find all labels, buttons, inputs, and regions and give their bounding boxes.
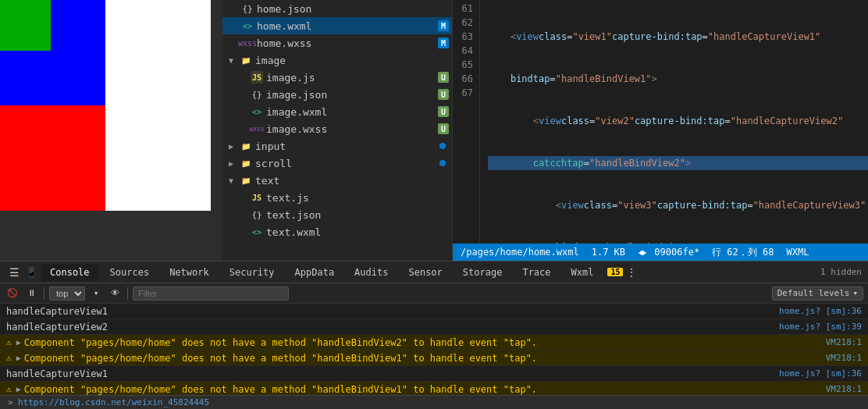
tree-item-text-json[interactable]: {} text.json bbox=[222, 206, 452, 223]
text-js-label: text.js bbox=[266, 192, 452, 204]
devtools-more-icon[interactable]: ⋮ bbox=[626, 266, 637, 279]
filter-input[interactable] bbox=[133, 286, 289, 301]
tree-item-image-folder[interactable]: ▼ 📁 image bbox=[222, 52, 452, 69]
code-lines[interactable]: <view class="view1" capture-bind:tap="ha… bbox=[480, 0, 868, 244]
row2-text: handleCaptureView2 bbox=[6, 322, 108, 333]
tree-item-scroll-folder[interactable]: ▶ 📁 scroll bbox=[222, 155, 452, 172]
row4-text: Component "pages/home/home" does not hav… bbox=[24, 353, 537, 364]
tree-item-text-js[interactable]: JS text.js bbox=[222, 189, 452, 206]
text-folder-label: text bbox=[255, 175, 452, 187]
pause-btn[interactable]: ⏸ bbox=[23, 286, 39, 301]
tab-sources[interactable]: Sources bbox=[101, 264, 159, 281]
text-wxml-icon: <> bbox=[251, 226, 263, 238]
devtools-device-icon[interactable]: 📱 bbox=[23, 265, 39, 280]
row6-text: Component "pages/home/home" does not hav… bbox=[24, 384, 537, 395]
tree-item-home-wxml[interactable]: <> home.wxml M bbox=[222, 17, 452, 34]
file-tree-panel: {} home.json <> home.wxml M wxss home.wx… bbox=[222, 0, 453, 261]
image-wxml-icon: <> bbox=[251, 105, 263, 118]
input-folder-icon: 📁 bbox=[240, 140, 252, 152]
devtools-tabs: ☰ 📱 Console Sources Network Security App… bbox=[0, 261, 868, 283]
code-content: 61 62 63 64 65 66 67 <view class="view1"… bbox=[453, 0, 868, 244]
tab-trace[interactable]: Trace bbox=[513, 264, 560, 281]
clear-console-btn[interactable]: 🚫 bbox=[5, 286, 20, 301]
tree-item-image-wxss[interactable]: wxss image.wxss U bbox=[222, 120, 452, 137]
code-line-63: <view class="view2" capture-bind:tap="ha… bbox=[488, 114, 868, 128]
row4-source[interactable]: VM218:1 bbox=[826, 353, 862, 363]
wxss-icon: wxss bbox=[241, 37, 254, 49]
canvas-view bbox=[0, 0, 211, 211]
default-levels-btn[interactable]: Default levels ▾ bbox=[772, 286, 863, 301]
home-wxss-badge: M bbox=[438, 37, 449, 48]
folder-icon: 📁 bbox=[240, 54, 252, 66]
expand-icon-3[interactable]: ▶ bbox=[16, 338, 21, 347]
eye-icon[interactable]: 👁 bbox=[107, 286, 123, 301]
tab-wxml[interactable]: Wxml bbox=[562, 264, 603, 281]
code-line-65: <view class="view3" capture-bind:tap="ha… bbox=[488, 198, 868, 212]
expand-icon-6[interactable]: ▶ bbox=[16, 385, 21, 393]
console-toolbar: 🚫 ⏸ top ▾ 👁 Default levels ▾ bbox=[0, 283, 868, 304]
scroll-folder-label: scroll bbox=[255, 158, 439, 169]
home-json-label: home.json bbox=[257, 3, 452, 15]
devtools-menu-icon[interactable]: ☰ bbox=[6, 265, 22, 280]
expand-icon-4[interactable]: ▶ bbox=[16, 354, 21, 362]
console-row-6: ⚠ ▶ Component "pages/home/home" does not… bbox=[0, 382, 868, 395]
tab-security[interactable]: Security bbox=[220, 264, 284, 281]
tree-item-image-wxml[interactable]: <> image.wxml U bbox=[222, 103, 452, 120]
tree-item-home-json[interactable]: {} home.json bbox=[222, 0, 452, 17]
console-row-5: handleCaptureView1 home.js? [sm]:36 bbox=[0, 366, 868, 382]
input-dot-badge bbox=[439, 143, 446, 149]
console-output: handleCaptureView1 home.js? [sm]:36 hand… bbox=[0, 304, 868, 395]
alert-count-badge: 15 bbox=[607, 268, 623, 276]
tab-sensor[interactable]: Sensor bbox=[399, 264, 451, 281]
tree-item-input-folder[interactable]: ▶ 📁 input bbox=[222, 137, 452, 155]
tree-item-text-wxml[interactable]: <> text.wxml bbox=[222, 223, 452, 240]
text-wxml-label: text.wxml bbox=[266, 226, 452, 238]
text-json-label: text.json bbox=[266, 209, 452, 221]
row2-source[interactable]: home.js? [sm]:39 bbox=[779, 322, 862, 332]
tab-storage[interactable]: Storage bbox=[454, 264, 512, 281]
console-row-3: ⚠ ▶ Component "pages/home/home" does not… bbox=[0, 335, 868, 350]
text-json-icon: {} bbox=[251, 208, 263, 221]
row6-source[interactable]: VM218:1 bbox=[826, 384, 862, 394]
tab-console[interactable]: Console bbox=[41, 264, 99, 281]
input-expand-icon: ▶ bbox=[229, 142, 238, 151]
text-expand-icon: ▼ bbox=[229, 176, 238, 185]
tab-appdata[interactable]: AppData bbox=[286, 264, 344, 281]
row1-source[interactable]: home.js? [sm]:36 bbox=[779, 306, 862, 316]
code-line-62: bindtap="handleBindView1"> bbox=[488, 72, 868, 86]
warning-icon-6: ⚠ bbox=[6, 384, 12, 394]
tab-audits[interactable]: Audits bbox=[345, 264, 397, 281]
tree-item-home-wxss[interactable]: wxss home.wxss M bbox=[222, 34, 452, 52]
target-select[interactable]: top bbox=[49, 286, 85, 301]
image-folder-label: image bbox=[255, 55, 452, 66]
tree-item-text-folder[interactable]: ▼ 📁 text bbox=[222, 172, 452, 189]
expand-arrow-icon: ▼ bbox=[229, 56, 238, 65]
tab-badges: 15 ⋮ bbox=[607, 266, 637, 279]
warning-icon-3: ⚠ bbox=[6, 337, 12, 347]
scroll-dot-badge bbox=[439, 160, 446, 166]
tree-item-image-json[interactable]: {} image.json U bbox=[222, 86, 452, 103]
status-position: 行 62，列 68 bbox=[712, 246, 774, 259]
image-wxss-badge: U bbox=[438, 123, 449, 134]
scroll-expand-icon: ▶ bbox=[229, 159, 238, 168]
default-levels-label: Default levels bbox=[777, 288, 850, 298]
status-format: WXML bbox=[786, 247, 809, 258]
image-wxss-icon: wxss bbox=[251, 123, 263, 135]
tree-item-image-js[interactable]: JS image.js U bbox=[222, 69, 452, 86]
code-panel: 61 62 63 64 65 66 67 <view class="view1"… bbox=[453, 0, 868, 261]
row3-source[interactable]: VM218:1 bbox=[826, 337, 862, 347]
toolbar-sep-2 bbox=[127, 287, 128, 300]
row3-text: Component "pages/home/home" does not hav… bbox=[24, 337, 537, 348]
status-commit: 09006fe* bbox=[638, 247, 699, 258]
row5-source[interactable]: home.js? [sm]:36 bbox=[779, 368, 862, 379]
code-line-64: catcchtap="handleBindView2"> bbox=[488, 156, 868, 170]
levels-chevron-icon: ▾ bbox=[852, 288, 858, 298]
dropdown-arrow-icon[interactable]: ▾ bbox=[88, 286, 104, 301]
row5-text: handleCaptureView1 bbox=[6, 368, 108, 379]
scroll-folder-icon: 📁 bbox=[240, 157, 252, 169]
json-icon: {} bbox=[251, 88, 263, 101]
image-json-badge: U bbox=[438, 89, 449, 100]
bottom-url[interactable]: https://blog.csdn.net/weixin_45824445 bbox=[18, 397, 209, 407]
tab-network[interactable]: Network bbox=[160, 264, 219, 281]
status-bar: /pages/home/home.wxml 1.7 KB 09006fe* 行 … bbox=[453, 244, 868, 261]
